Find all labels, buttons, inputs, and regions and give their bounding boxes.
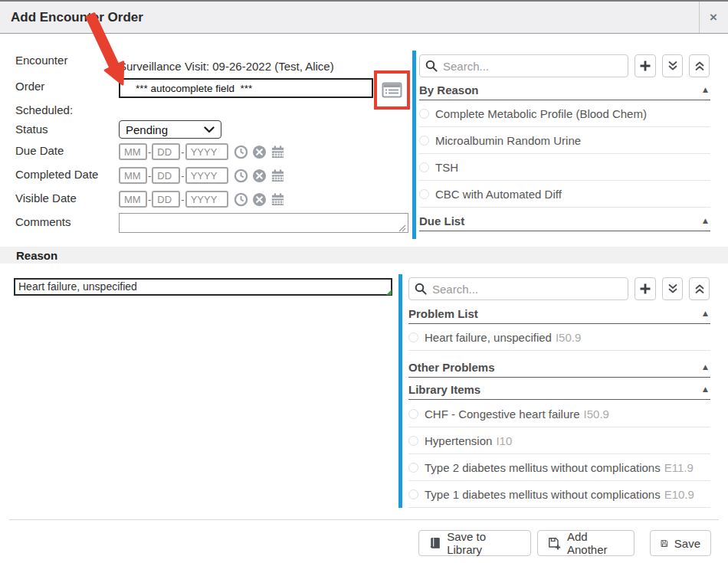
order-search-input[interactable]: [419, 54, 628, 77]
reason-option[interactable]: Type 2 diabetes mellitus without complic…: [408, 454, 710, 481]
scheduled-label: Scheduled:: [15, 103, 73, 116]
radio-icon[interactable]: [419, 162, 429, 172]
status-label: Status: [15, 123, 48, 136]
expand-all-orders-button[interactable]: [662, 54, 683, 77]
expand-all-reasons-button[interactable]: [662, 277, 683, 300]
section-title: Library Items: [408, 383, 703, 396]
dialog-titlebar: Add Encounter Order ×: [0, 0, 728, 34]
order-panel-accent-bar: [412, 51, 416, 239]
double-chevron-up-icon: [694, 61, 705, 71]
plus-icon: [639, 283, 651, 295]
radio-icon[interactable]: [408, 463, 418, 473]
collapse-caret-icon[interactable]: ▲: [703, 86, 710, 93]
radio-icon[interactable]: [408, 409, 418, 419]
radio-icon[interactable]: [419, 189, 429, 199]
visible-date-year-input[interactable]: [185, 191, 228, 208]
comments-label: Comments: [15, 215, 71, 228]
calendar-icon[interactable]: [271, 145, 285, 159]
clear-date-icon[interactable]: [252, 145, 267, 159]
double-chevron-up-icon: [694, 283, 705, 294]
reason-input[interactable]: Heart failure, unspecified: [14, 278, 392, 296]
radio-icon[interactable]: [408, 489, 418, 499]
titlebar-divider: [699, 2, 700, 33]
section-title: Other Problems: [408, 361, 703, 374]
status-select[interactable]: Pending: [119, 120, 221, 139]
order-option[interactable]: CBC with Automated Diff: [419, 181, 710, 208]
reason-option[interactable]: Type 1 diabetes mellitus without complic…: [408, 481, 710, 508]
clear-date-icon[interactable]: [252, 169, 267, 183]
reason-option-label: CHF - Congestive heart failure: [425, 408, 580, 421]
reason-option-code: I50.9: [584, 408, 609, 421]
completed-date-day-input[interactable]: [152, 167, 180, 184]
close-icon[interactable]: ×: [703, 8, 723, 28]
completed-date-year-input[interactable]: [185, 167, 228, 184]
visible-date-month-input[interactable]: [119, 191, 147, 208]
date-separator: -: [148, 170, 151, 182]
due-date-label: Due Date: [15, 144, 64, 157]
clock-icon[interactable]: [234, 169, 248, 183]
collapse-all-orders-button[interactable]: [689, 54, 710, 77]
collapse-caret-icon[interactable]: ▲: [703, 309, 710, 317]
section-header-other-problems[interactable]: Other Problems ▲: [408, 357, 710, 378]
comments-textarea[interactable]: [119, 213, 408, 233]
date-separator: -: [181, 194, 184, 205]
calendar-icon[interactable]: [271, 192, 285, 207]
order-autocomplete-input[interactable]: [119, 78, 373, 98]
radio-icon[interactable]: [408, 332, 418, 342]
visible-date-label: Visible Date: [15, 191, 77, 205]
add-another-button[interactable]: Add Another: [537, 530, 635, 556]
section-header-problem-list[interactable]: Problem List ▲: [408, 303, 710, 324]
reason-option[interactable]: CHF - Congestive heart failure I50.9: [408, 401, 710, 427]
radio-icon[interactable]: [408, 436, 418, 446]
collapse-caret-icon[interactable]: ▲: [703, 217, 710, 224]
save-icon: [661, 537, 668, 550]
order-list-picker-button[interactable]: [379, 77, 405, 103]
save-label: Save: [674, 537, 700, 550]
clock-icon[interactable]: [234, 192, 248, 207]
date-separator: -: [181, 170, 184, 182]
completed-date-row: - -: [119, 167, 285, 184]
due-date-year-input[interactable]: [185, 143, 228, 160]
clear-date-icon[interactable]: [252, 192, 267, 207]
due-date-month-input[interactable]: [119, 143, 147, 160]
reason-option[interactable]: Hypertension I10: [408, 427, 710, 454]
due-date-row: - -: [119, 143, 285, 160]
reason-band-label: Reason: [16, 249, 57, 262]
reason-option-code: I10: [496, 434, 512, 447]
order-option[interactable]: TSH: [419, 154, 710, 181]
calendar-icon[interactable]: [271, 169, 285, 183]
order-label: Order: [15, 80, 44, 93]
clock-icon[interactable]: [234, 145, 248, 159]
order-option-label: CBC with Automated Diff: [435, 188, 562, 201]
collapse-caret-icon[interactable]: ▲: [703, 363, 710, 371]
date-separator: -: [181, 146, 184, 158]
order-option[interactable]: Microalbumin Random Urine: [419, 127, 710, 154]
save-to-library-button[interactable]: Save to Library: [418, 530, 531, 556]
reason-search-input[interactable]: [408, 277, 628, 300]
visible-date-day-input[interactable]: [152, 191, 180, 208]
double-chevron-down-icon: [667, 61, 678, 71]
reason-option-code: I50.9: [556, 331, 581, 344]
section-header-by-reason[interactable]: By Reason ▲: [419, 80, 710, 100]
radio-icon[interactable]: [419, 109, 429, 119]
reason-search: [408, 277, 628, 300]
encounter-label: Encounter: [15, 54, 67, 67]
reason-option[interactable]: Heart failure, unspecified I50.9: [408, 324, 710, 351]
double-chevron-down-icon: [667, 283, 678, 294]
visible-date-row: - -: [119, 191, 285, 208]
save-button[interactable]: Save: [650, 530, 711, 556]
add-reason-button[interactable]: [635, 277, 656, 300]
add-order-button[interactable]: [635, 54, 656, 77]
section-header-due-list[interactable]: Due List ▲: [419, 211, 710, 231]
radio-icon[interactable]: [419, 136, 429, 146]
section-header-library-items[interactable]: Library Items ▲: [408, 379, 710, 400]
order-option-label: Microalbumin Random Urine: [435, 134, 581, 147]
order-option-label: TSH: [435, 161, 458, 174]
completed-date-month-input[interactable]: [119, 167, 147, 184]
collapse-all-reasons-button[interactable]: [689, 277, 710, 300]
add-encounter-order-dialog: Add Encounter Order × Encounter Order Sc…: [0, 0, 728, 563]
due-date-day-input[interactable]: [152, 143, 180, 160]
order-option[interactable]: Complete Metabolic Profile (Blood Chem): [419, 100, 710, 127]
reason-option-label: Type 2 diabetes mellitus without complic…: [425, 461, 661, 474]
collapse-caret-icon[interactable]: ▲: [703, 385, 710, 393]
